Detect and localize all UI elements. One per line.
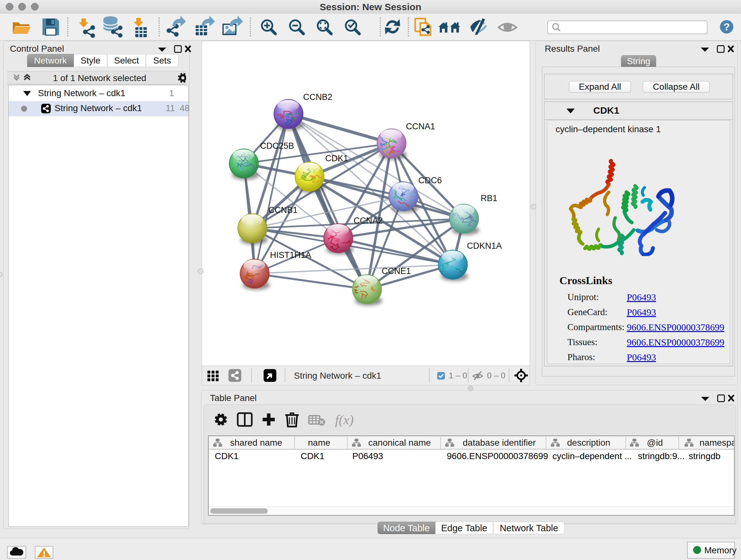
svg-text:CDC6: CDC6 <box>418 176 442 185</box>
svg-text:f(x): f(x) <box>335 413 354 428</box>
svg-text:HIST1H1A: HIST1H1A <box>270 250 311 260</box>
svg-text:?: ? <box>724 21 730 33</box>
svg-text:1 – 0: 1 – 0 <box>449 371 467 380</box>
svg-text:String Network – cdk1: String Network – cdk1 <box>294 371 381 381</box>
svg-text:CCNA2: CCNA2 <box>354 216 383 226</box>
svg-text:CCNB1: CCNB1 <box>268 205 298 215</box>
svg-text:CDKN1A: CDKN1A <box>467 241 502 251</box>
svg-text:0 – 0: 0 – 0 <box>487 371 506 380</box>
svg-text:CCNB2: CCNB2 <box>303 92 333 102</box>
svg-text:CDC25B: CDC25B <box>260 141 294 151</box>
svg-text:1 of 1 Network selected: 1 of 1 Network selected <box>53 73 146 83</box>
svg-text:CDK1: CDK1 <box>325 153 348 163</box>
svg-text:CCNA1: CCNA1 <box>406 122 435 131</box>
svg-text:RB1: RB1 <box>481 193 497 203</box>
svg-text:CCNE1: CCNE1 <box>382 266 411 276</box>
